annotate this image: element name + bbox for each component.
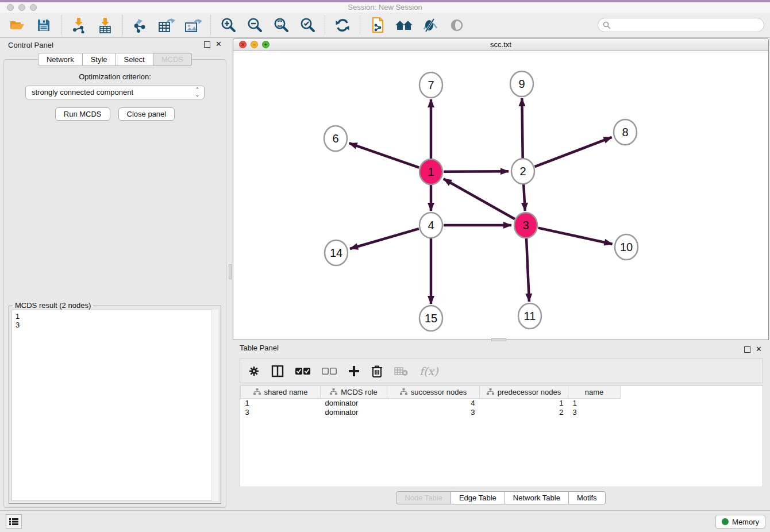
tab-mcds[interactable]: MCDS xyxy=(153,53,192,66)
graph-node-7[interactable]: 7 xyxy=(419,72,442,98)
add-column-icon[interactable] xyxy=(348,365,360,377)
apply-layout-icon[interactable] xyxy=(333,16,352,34)
zoom-in-icon[interactable] xyxy=(219,16,237,34)
tab-edge-table[interactable]: Edge Table xyxy=(451,491,505,504)
graph-node-14[interactable]: 14 xyxy=(325,240,348,265)
edge-4-14[interactable] xyxy=(350,229,419,249)
table-cell[interactable]: 3 xyxy=(568,407,621,417)
delete-table-icon[interactable] xyxy=(394,366,408,376)
table-cell[interactable]: 1 xyxy=(241,398,321,407)
column-manager-icon[interactable] xyxy=(271,365,284,377)
tab-node-table[interactable]: Node Table xyxy=(396,491,451,504)
maximize-window-icon[interactable] xyxy=(30,4,37,11)
save-session-icon[interactable] xyxy=(34,16,53,34)
delete-column-icon[interactable] xyxy=(371,365,383,377)
tab-select[interactable]: Select xyxy=(116,53,153,66)
column-header-name[interactable]: name xyxy=(568,386,621,398)
memory-button[interactable]: Memory xyxy=(715,515,765,529)
graph-node-2[interactable]: 2 xyxy=(511,159,534,184)
optimization-criterion-dropdown[interactable]: strongly connected component ⌃⌄ xyxy=(25,86,205,99)
open-session-icon[interactable] xyxy=(8,16,26,34)
graph-node-6[interactable]: 6 xyxy=(324,126,347,151)
table-cell[interactable]: 4 xyxy=(387,398,480,407)
horizontal-split-handle[interactable] xyxy=(491,338,506,341)
column-header-shared-name[interactable]: shared name xyxy=(241,386,321,398)
clone-network-icon[interactable] xyxy=(368,16,387,34)
column-header-predecessor-nodes[interactable]: predecessor nodes xyxy=(480,386,568,398)
edge-2-9[interactable] xyxy=(522,98,522,159)
close-panel-button[interactable]: Close panel xyxy=(118,107,175,121)
svg-text:9: 9 xyxy=(518,78,525,90)
zoom-out-icon[interactable] xyxy=(245,16,264,34)
export-network-icon[interactable] xyxy=(131,16,149,34)
mcds-result-text[interactable]: 1 3 xyxy=(11,310,218,501)
float-panel-icon[interactable] xyxy=(204,41,210,48)
column-header-MCDS-role[interactable]: MCDS role xyxy=(321,386,387,398)
zoom-selected-icon[interactable] xyxy=(298,16,317,34)
table-cell[interactable]: 2 xyxy=(480,407,568,417)
graph-node-8[interactable]: 8 xyxy=(614,119,637,145)
edge-2-3[interactable] xyxy=(523,184,525,211)
svg-text:6: 6 xyxy=(332,132,338,145)
list-icon xyxy=(9,518,18,526)
home-icon[interactable] xyxy=(395,16,413,34)
task-history-button[interactable] xyxy=(6,514,22,529)
minimize-window-icon[interactable] xyxy=(18,4,25,11)
graph-node-3[interactable]: 3 xyxy=(514,213,537,238)
table-cell[interactable]: 1 xyxy=(480,398,568,407)
unselect-all-icon[interactable] xyxy=(322,367,337,375)
network-window-titlebar[interactable]: ✕ − + scc.txt xyxy=(233,38,768,51)
export-image-icon[interactable] xyxy=(184,16,202,34)
graph-node-11[interactable]: 11 xyxy=(518,303,541,329)
close-panel-icon[interactable]: ✕ xyxy=(215,40,222,48)
function-builder-icon[interactable]: f(x) xyxy=(419,365,438,377)
vertical-split-handle[interactable] xyxy=(229,264,232,279)
close-window-icon[interactable] xyxy=(7,4,14,11)
table-cell[interactable]: 3 xyxy=(387,407,480,417)
table-cell[interactable]: 1 xyxy=(568,398,621,407)
graphics-details-icon[interactable] xyxy=(421,16,440,34)
settings-gear-icon[interactable] xyxy=(248,365,260,377)
zoom-fit-icon[interactable] xyxy=(272,16,290,34)
graph-node-15[interactable]: 15 xyxy=(419,306,442,331)
tab-motifs[interactable]: Motifs xyxy=(569,491,606,504)
table-cell[interactable]: 3 xyxy=(241,407,321,417)
zoom-network-icon[interactable]: + xyxy=(262,41,270,48)
edge-3-10[interactable] xyxy=(538,228,612,244)
network-canvas[interactable]: 7968124314101511 xyxy=(233,52,768,340)
tab-style[interactable]: Style xyxy=(83,53,116,66)
control-panel-title: Control Panel xyxy=(1,39,229,52)
export-table-icon[interactable] xyxy=(157,16,176,34)
edge-2-8[interactable] xyxy=(535,137,612,167)
column-header-successor-nodes[interactable]: successor nodes xyxy=(387,386,480,398)
run-mcds-button[interactable]: Run MCDS xyxy=(55,107,110,121)
table-panel-title: Table Panel xyxy=(233,342,769,354)
table-row[interactable]: 3dominator323 xyxy=(241,407,621,417)
tab-network-table[interactable]: Network Table xyxy=(505,491,569,504)
close-table-panel-icon[interactable]: ✕ xyxy=(756,345,762,353)
edge-3-1[interactable] xyxy=(444,179,515,219)
graph-node-4[interactable]: 4 xyxy=(419,213,442,238)
mcds-result-scrollbar[interactable] xyxy=(211,310,218,501)
edge-3-11[interactable] xyxy=(526,238,529,302)
edge-1-2[interactable] xyxy=(444,171,509,172)
table-cell[interactable]: dominator xyxy=(321,407,387,417)
import-table-icon[interactable] xyxy=(96,16,114,34)
import-network-icon[interactable] xyxy=(70,16,88,34)
network-window-title: scc.txt xyxy=(233,38,768,51)
edge-1-6[interactable] xyxy=(349,143,419,167)
graph-node-10[interactable]: 10 xyxy=(615,234,638,260)
tab-network[interactable]: Network xyxy=(38,53,83,66)
table-toolbar: f(x) xyxy=(240,358,763,383)
graph-node-1[interactable]: 1 xyxy=(419,159,442,184)
svg-text:3: 3 xyxy=(522,219,529,232)
birdseye-icon[interactable] xyxy=(448,16,466,34)
close-network-icon[interactable]: ✕ xyxy=(239,41,247,48)
table-row[interactable]: 1dominator411 xyxy=(241,398,621,407)
float-table-panel-icon[interactable] xyxy=(744,346,750,353)
search-input[interactable] xyxy=(598,18,764,32)
table-cell[interactable]: dominator xyxy=(321,398,387,407)
graph-node-9[interactable]: 9 xyxy=(510,71,533,97)
minimize-network-icon[interactable]: − xyxy=(251,41,258,48)
select-all-icon[interactable] xyxy=(295,367,310,375)
